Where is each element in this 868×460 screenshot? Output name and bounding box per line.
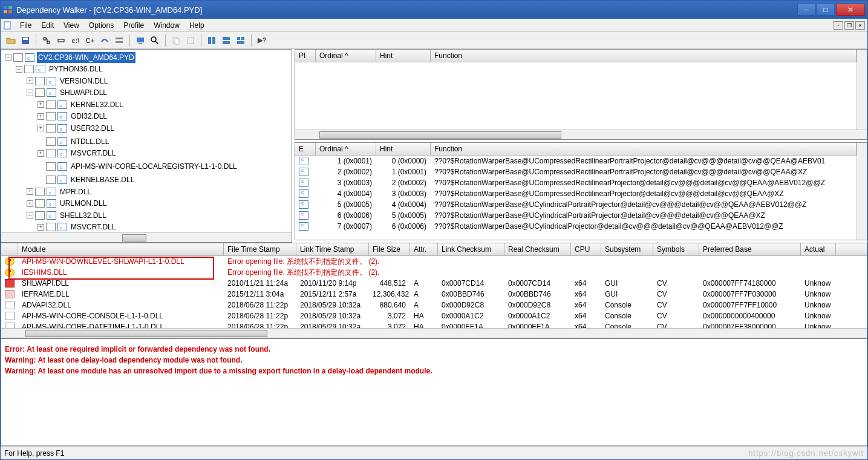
mod-col-sym[interactable]: Symbols: [653, 243, 699, 255]
mod-col-actual[interactable]: Actual: [801, 243, 836, 255]
export-functions-pane[interactable]: E Ordinal ^ Hint Function 1 (0x0001)0 (0…: [295, 142, 867, 240]
tb-view1-button[interactable]: [205, 34, 218, 47]
tree-toggle-icon[interactable]: −: [27, 212, 33, 218]
tree-toggle-icon[interactable]: +: [38, 125, 44, 131]
menu-help[interactable]: Help: [184, 20, 209, 31]
maximize-button[interactable]: □: [817, 4, 835, 16]
tb-cpp-button[interactable]: C+: [83, 34, 97, 47]
tb-collapse-button[interactable]: [54, 34, 68, 47]
menu-options[interactable]: Options: [84, 20, 119, 31]
tree-toggle-icon[interactable]: +: [38, 224, 44, 231]
minimize-button[interactable]: ─: [797, 4, 815, 16]
tree-label[interactable]: USER32.DLL: [70, 123, 116, 134]
mod-hscrollbar[interactable]: [1, 328, 867, 338]
tree-node[interactable]: −CV2.CP36-WIN_AMD64.PYD: [5, 52, 135, 63]
tree-node[interactable]: +MSVCRT.DLL: [38, 148, 117, 159]
module-list-pane[interactable]: Module File Time Stamp Link Time Stamp F…: [1, 243, 867, 338]
mod-col-module[interactable]: Module: [18, 243, 224, 255]
tree-toggle-icon[interactable]: +: [27, 77, 33, 84]
tree-toggle-icon[interactable]: +: [27, 200, 33, 207]
imp-col-ordinal[interactable]: Ordinal ^: [316, 50, 376, 62]
tree-label[interactable]: PYTHON36.DLL: [48, 64, 104, 74]
tree-node[interactable]: +GDI32.DLL: [38, 111, 108, 122]
tree-node[interactable]: −SHELL32.DLL: [27, 210, 108, 221]
tree-toggle-icon[interactable]: −: [5, 54, 11, 61]
mdi-close-button[interactable]: ×: [855, 21, 865, 30]
mod-col-linkts[interactable]: Link Time Stamp: [296, 243, 369, 255]
tb-open-button[interactable]: [4, 34, 18, 47]
mod-col-rchk[interactable]: Real Checksum: [504, 243, 571, 255]
tree-node[interactable]: API-MS-WIN-CORE-LOCALREGISTRY-L1-1-0.DLL: [38, 161, 238, 172]
export-row[interactable]: 6 (0x0006)5 (0x0005)??0?$RotationWarperB…: [295, 210, 857, 221]
imp-col-pi[interactable]: PI: [295, 50, 316, 62]
tb-cpath-button[interactable]: c:\: [69, 34, 82, 47]
tree-node[interactable]: −SHLWAPI.DLL: [27, 87, 108, 98]
mdi-restore-button[interactable]: ❐: [844, 21, 854, 30]
tb-find-button[interactable]: [148, 34, 162, 47]
tree-toggle-icon[interactable]: −: [27, 90, 33, 96]
tree-toggle-icon[interactable]: +: [27, 188, 33, 195]
imp-col-function[interactable]: Function: [431, 50, 857, 62]
menu-window[interactable]: Window: [149, 20, 184, 31]
tb-copy-button[interactable]: [169, 34, 183, 47]
mod-col-lchk[interactable]: Link Checksum: [438, 243, 504, 255]
tree-node[interactable]: +MPR.DLL: [27, 186, 93, 197]
tb-sysinfo-button[interactable]: [134, 34, 147, 47]
module-row[interactable]: ADVAPI32.DLL2018/06/28 11:22p2018/05/29 …: [1, 300, 867, 310]
menu-edit[interactable]: Edit: [36, 20, 59, 31]
mod-col-sub[interactable]: Subsystem: [601, 243, 653, 255]
tree-label[interactable]: CV2.CP36-WIN_AMD64.PYD: [37, 52, 135, 63]
mod-col-filets[interactable]: File Time Stamp: [224, 243, 296, 255]
mod-col-attr[interactable]: Attr.: [410, 243, 438, 255]
close-button[interactable]: ✕: [836, 4, 865, 16]
mod-col-size[interactable]: File Size: [369, 243, 410, 255]
mod-col-cpu[interactable]: CPU: [571, 243, 601, 255]
module-row[interactable]: API-MS-WIN-CORE-DATETIME-L1-1-0.DLL2018/…: [1, 321, 867, 328]
export-row[interactable]: 1 (0x0001)0 (0x0000)??0?$RotationWarperB…: [295, 156, 857, 166]
exp-col-hint[interactable]: Hint: [376, 143, 431, 155]
module-row[interactable]: IEFRAME.DLL2015/12/11 3:04a2015/12/11 2:…: [1, 289, 867, 300]
mod-col-pbase[interactable]: Preferred Base: [699, 243, 801, 255]
tree-node[interactable]: +MSVCRT.DLL: [38, 222, 117, 232]
tree-label[interactable]: NTDLL.DLL: [70, 136, 110, 147]
tb-help-button[interactable]: ▶?: [255, 34, 269, 47]
menu-view[interactable]: View: [59, 20, 84, 31]
tree-node[interactable]: +VERSION.DLL: [27, 76, 109, 87]
mod-col-icon[interactable]: [1, 243, 18, 255]
tb-view2-button[interactable]: [220, 34, 233, 47]
tree-label[interactable]: VERSION.DLL: [59, 76, 109, 87]
exp-col-e[interactable]: E: [295, 143, 316, 155]
tb-expand-button[interactable]: [40, 34, 53, 47]
tb-undecorate-button[interactable]: [98, 34, 111, 47]
import-functions-pane[interactable]: PI Ordinal ^ Hint Function: [295, 49, 867, 140]
tree-node[interactable]: −PYTHON36.DLL: [16, 64, 104, 74]
tree-label[interactable]: MPR.DLL: [59, 186, 93, 197]
mdi-minimize-button[interactable]: -: [834, 21, 843, 30]
tree-toggle-icon[interactable]: −: [16, 66, 22, 73]
tree-label[interactable]: KERNELBASE.DLL: [70, 174, 135, 185]
exp-col-ordinal[interactable]: Ordinal ^: [316, 143, 376, 155]
imp-hscrollbar[interactable]: [295, 130, 867, 139]
tree-toggle-icon[interactable]: +: [38, 101, 44, 108]
log-pane[interactable]: Error: At least one required implicit or…: [1, 338, 867, 446]
tree-label[interactable]: API-MS-WIN-CORE-LOCALREGISTRY-L1-1-0.DLL: [70, 161, 238, 172]
tree-label[interactable]: SHLWAPI.DLL: [59, 87, 108, 98]
tree-toggle-icon[interactable]: +: [38, 113, 44, 120]
exp-vscrollbar[interactable]: [857, 143, 867, 240]
tree-node[interactable]: KERNELBASE.DLL: [38, 174, 135, 185]
tb-autoexpand-button[interactable]: [184, 34, 197, 47]
export-row[interactable]: 4 (0x0004)3 (0x0003)??0?$RotationWarperB…: [295, 188, 857, 199]
tree-toggle-icon[interactable]: +: [38, 150, 44, 157]
imp-vscrollbar[interactable]: [857, 50, 867, 130]
tree-node[interactable]: NTDLL.DLL: [38, 136, 110, 147]
tree-label[interactable]: URLMON.DLL: [59, 198, 108, 209]
export-row[interactable]: 7 (0x0007)6 (0x0006)??0?$RotationWarperB…: [295, 221, 857, 232]
tree-label[interactable]: MSVCRT.DLL: [70, 222, 117, 232]
tree-node[interactable]: +USER32.DLL: [38, 123, 116, 134]
tb-view3-button[interactable]: [234, 34, 247, 47]
exp-col-function[interactable]: Function: [431, 143, 857, 155]
tree-label[interactable]: GDI32.DLL: [70, 111, 108, 122]
tree-hscrollbar[interactable]: [1, 232, 292, 242]
module-row[interactable]: API-MS-WIN-CORE-CONSOLE-L1-1-0.DLL2018/0…: [1, 310, 867, 321]
export-row[interactable]: 3 (0x0003)2 (0x0002)??0?$RotationWarperB…: [295, 177, 857, 188]
